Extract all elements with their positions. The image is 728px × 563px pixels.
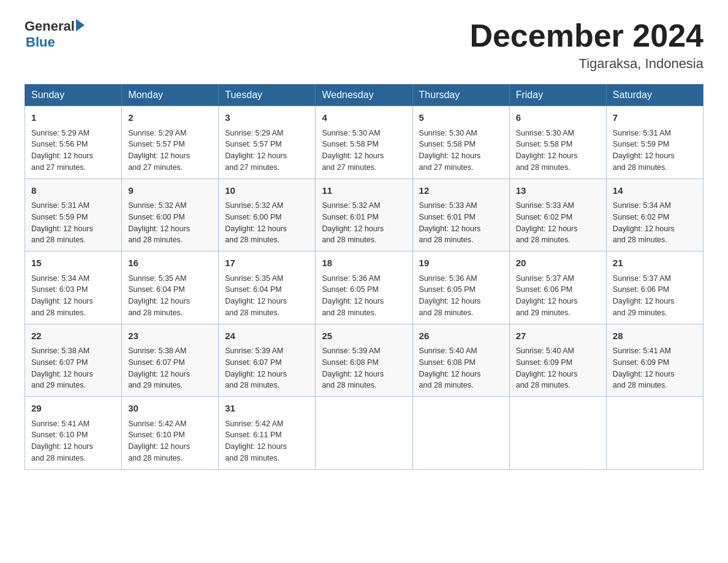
day-number: 19 — [419, 256, 503, 270]
calendar-cell: 28Sunrise: 5:41 AMSunset: 6:09 PMDayligh… — [606, 324, 703, 397]
calendar-cell: 22Sunrise: 5:38 AMSunset: 6:07 PMDayligh… — [25, 324, 122, 397]
day-number: 5 — [419, 111, 503, 125]
calendar-cell: 10Sunrise: 5:32 AMSunset: 6:00 PMDayligh… — [219, 178, 316, 251]
day-number: 4 — [322, 111, 406, 125]
day-number: 18 — [322, 256, 406, 270]
calendar-cell: 14Sunrise: 5:34 AMSunset: 6:02 PMDayligh… — [606, 178, 703, 251]
calendar-week-row: 15Sunrise: 5:34 AMSunset: 6:03 PMDayligh… — [25, 251, 703, 324]
day-number: 16 — [128, 256, 212, 270]
day-info: Sunrise: 5:42 AMSunset: 6:10 PMDaylight:… — [128, 418, 212, 464]
header-saturday: Saturday — [606, 85, 703, 106]
logo-text-blue: Blue — [26, 34, 85, 50]
calendar-cell — [412, 397, 509, 470]
page-header: General Blue December 2024 Tigaraksa, In… — [25, 18, 703, 72]
day-number: 25 — [322, 329, 406, 343]
calendar-cell: 31Sunrise: 5:42 AMSunset: 6:11 PMDayligh… — [219, 397, 316, 470]
day-number: 23 — [128, 329, 212, 343]
calendar-cell: 4Sunrise: 5:30 AMSunset: 5:58 PMDaylight… — [316, 106, 412, 179]
calendar-cell: 16Sunrise: 5:35 AMSunset: 6:04 PMDayligh… — [122, 251, 219, 324]
day-number: 22 — [31, 329, 115, 343]
day-number: 20 — [516, 256, 600, 270]
calendar-cell: 25Sunrise: 5:39 AMSunset: 6:08 PMDayligh… — [316, 324, 412, 397]
calendar-cell: 6Sunrise: 5:30 AMSunset: 5:58 PMDaylight… — [509, 106, 606, 179]
day-number: 26 — [419, 329, 503, 343]
calendar-cell: 3Sunrise: 5:29 AMSunset: 5:57 PMDaylight… — [219, 106, 316, 179]
day-info: Sunrise: 5:32 AMSunset: 6:00 PMDaylight:… — [225, 200, 309, 246]
calendar-cell: 26Sunrise: 5:40 AMSunset: 6:08 PMDayligh… — [412, 324, 509, 397]
header-wednesday: Wednesday — [316, 85, 412, 106]
day-number: 31 — [225, 402, 309, 416]
header-friday: Friday — [509, 85, 606, 106]
calendar-week-row: 8Sunrise: 5:31 AMSunset: 5:59 PMDaylight… — [25, 178, 703, 251]
day-number: 21 — [613, 256, 697, 270]
day-number: 7 — [613, 111, 697, 125]
day-number: 1 — [31, 111, 115, 125]
weekday-header-row: Sunday Monday Tuesday Wednesday Thursday… — [25, 85, 703, 106]
day-info: Sunrise: 5:39 AMSunset: 6:08 PMDaylight:… — [322, 345, 406, 391]
calendar-cell: 20Sunrise: 5:37 AMSunset: 6:06 PMDayligh… — [509, 251, 606, 324]
day-info: Sunrise: 5:37 AMSunset: 6:06 PMDaylight:… — [516, 273, 600, 319]
day-info: Sunrise: 5:29 AMSunset: 5:57 PMDaylight:… — [128, 128, 212, 174]
day-info: Sunrise: 5:31 AMSunset: 5:59 PMDaylight:… — [613, 128, 697, 174]
day-info: Sunrise: 5:31 AMSunset: 5:59 PMDaylight:… — [31, 200, 115, 246]
logo-text-general: General — [25, 18, 75, 34]
day-number: 15 — [31, 256, 115, 270]
day-info: Sunrise: 5:41 AMSunset: 6:10 PMDaylight:… — [31, 418, 115, 464]
calendar-cell: 24Sunrise: 5:39 AMSunset: 6:07 PMDayligh… — [219, 324, 316, 397]
calendar-week-row: 29Sunrise: 5:41 AMSunset: 6:10 PMDayligh… — [25, 397, 703, 470]
day-number: 24 — [225, 329, 309, 343]
day-info: Sunrise: 5:29 AMSunset: 5:57 PMDaylight:… — [225, 128, 309, 174]
header-sunday: Sunday — [25, 85, 122, 106]
day-info: Sunrise: 5:32 AMSunset: 6:00 PMDaylight:… — [128, 200, 212, 246]
day-number: 3 — [225, 111, 309, 125]
day-info: Sunrise: 5:32 AMSunset: 6:01 PMDaylight:… — [322, 200, 406, 246]
logo: General Blue — [25, 18, 85, 50]
calendar-cell: 19Sunrise: 5:36 AMSunset: 6:05 PMDayligh… — [412, 251, 509, 324]
calendar-cell: 12Sunrise: 5:33 AMSunset: 6:01 PMDayligh… — [412, 178, 509, 251]
calendar-cell: 11Sunrise: 5:32 AMSunset: 6:01 PMDayligh… — [316, 178, 412, 251]
day-number: 17 — [225, 256, 309, 270]
day-number: 13 — [516, 184, 600, 198]
header-tuesday: Tuesday — [219, 85, 316, 106]
day-info: Sunrise: 5:33 AMSunset: 6:01 PMDaylight:… — [419, 200, 503, 246]
day-info: Sunrise: 5:33 AMSunset: 6:02 PMDaylight:… — [516, 200, 600, 246]
day-info: Sunrise: 5:29 AMSunset: 5:56 PMDaylight:… — [31, 128, 115, 174]
calendar-cell — [509, 397, 606, 470]
calendar-cell: 5Sunrise: 5:30 AMSunset: 5:58 PMDaylight… — [412, 106, 509, 179]
day-number: 11 — [322, 184, 406, 198]
calendar-cell: 30Sunrise: 5:42 AMSunset: 6:10 PMDayligh… — [122, 397, 219, 470]
calendar-cell: 9Sunrise: 5:32 AMSunset: 6:00 PMDaylight… — [122, 178, 219, 251]
day-number: 2 — [128, 111, 212, 125]
calendar-week-row: 22Sunrise: 5:38 AMSunset: 6:07 PMDayligh… — [25, 324, 703, 397]
location-subtitle: Tigaraksa, Indonesia — [469, 56, 703, 72]
day-info: Sunrise: 5:40 AMSunset: 6:08 PMDaylight:… — [419, 345, 503, 391]
calendar-cell: 21Sunrise: 5:37 AMSunset: 6:06 PMDayligh… — [606, 251, 703, 324]
day-info: Sunrise: 5:30 AMSunset: 5:58 PMDaylight:… — [322, 128, 406, 174]
logo-triangle-icon — [76, 19, 85, 31]
calendar-cell: 1Sunrise: 5:29 AMSunset: 5:56 PMDaylight… — [25, 106, 122, 179]
day-number: 9 — [128, 184, 212, 198]
day-number: 27 — [516, 329, 600, 343]
calendar-cell — [606, 397, 703, 470]
calendar-cell: 15Sunrise: 5:34 AMSunset: 6:03 PMDayligh… — [25, 251, 122, 324]
day-info: Sunrise: 5:35 AMSunset: 6:04 PMDaylight:… — [128, 273, 212, 319]
day-info: Sunrise: 5:36 AMSunset: 6:05 PMDaylight:… — [322, 273, 406, 319]
day-info: Sunrise: 5:30 AMSunset: 5:58 PMDaylight:… — [516, 128, 600, 174]
day-number: 12 — [419, 184, 503, 198]
month-year-title: December 2024 — [469, 18, 703, 53]
day-info: Sunrise: 5:36 AMSunset: 6:05 PMDaylight:… — [419, 273, 503, 319]
calendar-table: Sunday Monday Tuesday Wednesday Thursday… — [25, 84, 703, 470]
day-number: 30 — [128, 402, 212, 416]
header-monday: Monday — [122, 85, 219, 106]
calendar-cell: 13Sunrise: 5:33 AMSunset: 6:02 PMDayligh… — [509, 178, 606, 251]
title-section: December 2024 Tigaraksa, Indonesia — [469, 18, 703, 72]
day-info: Sunrise: 5:40 AMSunset: 6:09 PMDaylight:… — [516, 345, 600, 391]
header-thursday: Thursday — [412, 85, 509, 106]
calendar-cell: 18Sunrise: 5:36 AMSunset: 6:05 PMDayligh… — [316, 251, 412, 324]
calendar-week-row: 1Sunrise: 5:29 AMSunset: 5:56 PMDaylight… — [25, 106, 703, 179]
day-number: 29 — [31, 402, 115, 416]
day-info: Sunrise: 5:34 AMSunset: 6:02 PMDaylight:… — [613, 200, 697, 246]
calendar-cell: 23Sunrise: 5:38 AMSunset: 6:07 PMDayligh… — [122, 324, 219, 397]
calendar-cell: 8Sunrise: 5:31 AMSunset: 5:59 PMDaylight… — [25, 178, 122, 251]
day-number: 14 — [613, 184, 697, 198]
